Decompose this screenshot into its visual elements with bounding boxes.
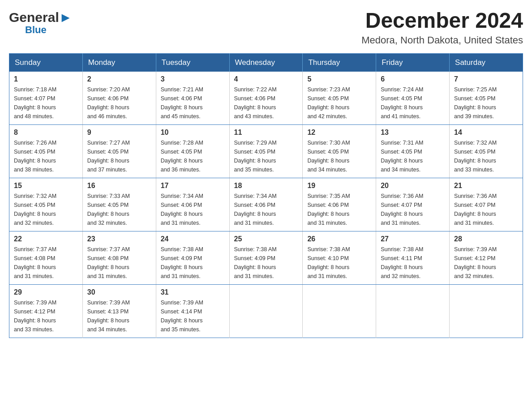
day-info: Sunrise: 7:18 AMSunset: 4:07 PMDaylight:… — [14, 85, 78, 121]
day-number: 16 — [87, 182, 151, 190]
calendar-cell: 16Sunrise: 7:33 AMSunset: 4:05 PMDayligh… — [82, 178, 156, 231]
day-number: 21 — [454, 182, 518, 190]
calendar-cell — [376, 284, 450, 338]
day-info: Sunrise: 7:24 AMSunset: 4:05 PMDaylight:… — [381, 85, 445, 121]
calendar-cell — [450, 284, 523, 338]
calendar-cell: 17Sunrise: 7:34 AMSunset: 4:06 PMDayligh… — [156, 178, 229, 231]
day-info: Sunrise: 7:28 AMSunset: 4:05 PMDaylight:… — [161, 138, 225, 174]
logo: General► Blue — [9, 11, 72, 36]
day-number: 18 — [234, 182, 298, 190]
calendar-cell: 31Sunrise: 7:39 AMSunset: 4:14 PMDayligh… — [156, 284, 229, 338]
day-info: Sunrise: 7:38 AMSunset: 4:09 PMDaylight:… — [234, 245, 298, 281]
day-number: 1 — [14, 75, 78, 83]
calendar-cell: 29Sunrise: 7:39 AMSunset: 4:12 PMDayligh… — [9, 284, 83, 338]
calendar-cell: 7Sunrise: 7:25 AMSunset: 4:05 PMDaylight… — [450, 72, 523, 125]
day-number: 6 — [381, 75, 445, 83]
day-info: Sunrise: 7:26 AMSunset: 4:05 PMDaylight:… — [14, 138, 78, 174]
calendar-table: SundayMondayTuesdayWednesdayThursdayFrid… — [9, 53, 523, 338]
calendar-week-row: 22Sunrise: 7:37 AMSunset: 4:08 PMDayligh… — [9, 231, 523, 284]
day-number: 5 — [307, 75, 371, 83]
calendar-cell: 22Sunrise: 7:37 AMSunset: 4:08 PMDayligh… — [9, 231, 83, 284]
calendar-cell: 30Sunrise: 7:39 AMSunset: 4:13 PMDayligh… — [82, 284, 156, 338]
location-subtitle: Medora, North Dakota, United States — [361, 34, 523, 46]
calendar-cell: 1Sunrise: 7:18 AMSunset: 4:07 PMDaylight… — [9, 72, 83, 125]
calendar-cell: 24Sunrise: 7:38 AMSunset: 4:09 PMDayligh… — [156, 231, 229, 284]
day-info: Sunrise: 7:33 AMSunset: 4:05 PMDaylight:… — [87, 192, 151, 227]
day-info: Sunrise: 7:39 AMSunset: 4:13 PMDaylight:… — [87, 298, 151, 334]
day-info: Sunrise: 7:30 AMSunset: 4:05 PMDaylight:… — [307, 138, 371, 174]
day-info: Sunrise: 7:39 AMSunset: 4:12 PMDaylight:… — [14, 298, 78, 334]
day-info: Sunrise: 7:34 AMSunset: 4:06 PMDaylight:… — [161, 192, 225, 227]
calendar-cell: 6Sunrise: 7:24 AMSunset: 4:05 PMDaylight… — [376, 72, 450, 125]
calendar-cell: 4Sunrise: 7:22 AMSunset: 4:06 PMDaylight… — [229, 72, 303, 125]
page-header: General► Blue December 2024 Medora, Nort… — [9, 9, 523, 46]
day-number: 20 — [381, 182, 445, 190]
day-info: Sunrise: 7:20 AMSunset: 4:06 PMDaylight:… — [87, 85, 151, 121]
day-number: 30 — [87, 288, 151, 296]
day-info: Sunrise: 7:35 AMSunset: 4:06 PMDaylight:… — [307, 192, 371, 227]
day-info: Sunrise: 7:39 AMSunset: 4:14 PMDaylight:… — [161, 298, 225, 334]
day-number: 29 — [14, 288, 78, 296]
month-title: December 2024 — [361, 9, 523, 33]
day-info: Sunrise: 7:38 AMSunset: 4:10 PMDaylight:… — [307, 245, 371, 281]
day-info: Sunrise: 7:34 AMSunset: 4:06 PMDaylight:… — [234, 192, 298, 227]
calendar-cell: 21Sunrise: 7:36 AMSunset: 4:07 PMDayligh… — [450, 178, 523, 231]
day-info: Sunrise: 7:32 AMSunset: 4:05 PMDaylight:… — [454, 138, 518, 174]
day-number: 27 — [381, 235, 445, 243]
day-info: Sunrise: 7:23 AMSunset: 4:05 PMDaylight:… — [307, 85, 371, 121]
day-info: Sunrise: 7:32 AMSunset: 4:05 PMDaylight:… — [14, 192, 78, 227]
day-info: Sunrise: 7:36 AMSunset: 4:07 PMDaylight:… — [454, 192, 518, 227]
calendar-cell: 12Sunrise: 7:30 AMSunset: 4:05 PMDayligh… — [303, 124, 376, 178]
calendar-cell: 25Sunrise: 7:38 AMSunset: 4:09 PMDayligh… — [229, 231, 303, 284]
day-number: 26 — [307, 235, 371, 243]
calendar-cell — [229, 284, 303, 338]
calendar-week-row: 8Sunrise: 7:26 AMSunset: 4:05 PMDaylight… — [9, 124, 523, 178]
calendar-cell: 8Sunrise: 7:26 AMSunset: 4:05 PMDaylight… — [9, 124, 83, 178]
day-number: 4 — [234, 75, 298, 83]
day-number: 3 — [161, 75, 225, 83]
day-info: Sunrise: 7:22 AMSunset: 4:06 PMDaylight:… — [234, 85, 298, 121]
day-info: Sunrise: 7:36 AMSunset: 4:07 PMDaylight:… — [381, 192, 445, 227]
calendar-cell: 2Sunrise: 7:20 AMSunset: 4:06 PMDaylight… — [82, 72, 156, 125]
day-info: Sunrise: 7:37 AMSunset: 4:08 PMDaylight:… — [14, 245, 78, 281]
day-number: 7 — [454, 75, 518, 83]
calendar-week-row: 29Sunrise: 7:39 AMSunset: 4:12 PMDayligh… — [9, 284, 523, 338]
day-info: Sunrise: 7:29 AMSunset: 4:05 PMDaylight:… — [234, 138, 298, 174]
weekday-header-friday: Friday — [376, 53, 450, 72]
day-info: Sunrise: 7:38 AMSunset: 4:09 PMDaylight:… — [161, 245, 225, 281]
day-number: 2 — [87, 75, 151, 83]
logo-general: General — [9, 10, 59, 25]
calendar-cell: 5Sunrise: 7:23 AMSunset: 4:05 PMDaylight… — [303, 72, 376, 125]
calendar-cell: 23Sunrise: 7:37 AMSunset: 4:08 PMDayligh… — [82, 231, 156, 284]
calendar-cell: 11Sunrise: 7:29 AMSunset: 4:05 PMDayligh… — [229, 124, 303, 178]
weekday-header-thursday: Thursday — [303, 53, 376, 72]
day-info: Sunrise: 7:25 AMSunset: 4:05 PMDaylight:… — [454, 85, 518, 121]
calendar-cell: 3Sunrise: 7:21 AMSunset: 4:06 PMDaylight… — [156, 72, 229, 125]
day-number: 9 — [87, 128, 151, 137]
day-number: 19 — [307, 182, 371, 190]
day-number: 13 — [381, 128, 445, 137]
day-info: Sunrise: 7:31 AMSunset: 4:05 PMDaylight:… — [381, 138, 445, 174]
weekday-header-monday: Monday — [82, 53, 156, 72]
day-number: 22 — [14, 235, 78, 243]
weekday-header-wednesday: Wednesday — [229, 53, 303, 72]
day-number: 14 — [454, 128, 518, 137]
calendar-cell: 15Sunrise: 7:32 AMSunset: 4:05 PMDayligh… — [9, 178, 83, 231]
day-number: 28 — [454, 235, 518, 243]
day-number: 25 — [234, 235, 298, 243]
calendar-cell: 13Sunrise: 7:31 AMSunset: 4:05 PMDayligh… — [376, 124, 450, 178]
calendar-cell: 28Sunrise: 7:39 AMSunset: 4:12 PMDayligh… — [450, 231, 523, 284]
weekday-header-tuesday: Tuesday — [156, 53, 229, 72]
calendar-cell — [303, 284, 376, 338]
calendar-cell: 18Sunrise: 7:34 AMSunset: 4:06 PMDayligh… — [229, 178, 303, 231]
day-info: Sunrise: 7:38 AMSunset: 4:11 PMDaylight:… — [381, 245, 445, 281]
day-number: 31 — [161, 288, 225, 296]
calendar-cell: 10Sunrise: 7:28 AMSunset: 4:05 PMDayligh… — [156, 124, 229, 178]
day-number: 11 — [234, 128, 298, 137]
day-number: 10 — [161, 128, 225, 137]
calendar-cell: 27Sunrise: 7:38 AMSunset: 4:11 PMDayligh… — [376, 231, 450, 284]
title-block: December 2024 Medora, North Dakota, Unit… — [361, 9, 523, 46]
day-number: 15 — [14, 182, 78, 190]
logo-general-text: General► — [9, 11, 72, 24]
calendar-cell: 19Sunrise: 7:35 AMSunset: 4:06 PMDayligh… — [303, 178, 376, 231]
